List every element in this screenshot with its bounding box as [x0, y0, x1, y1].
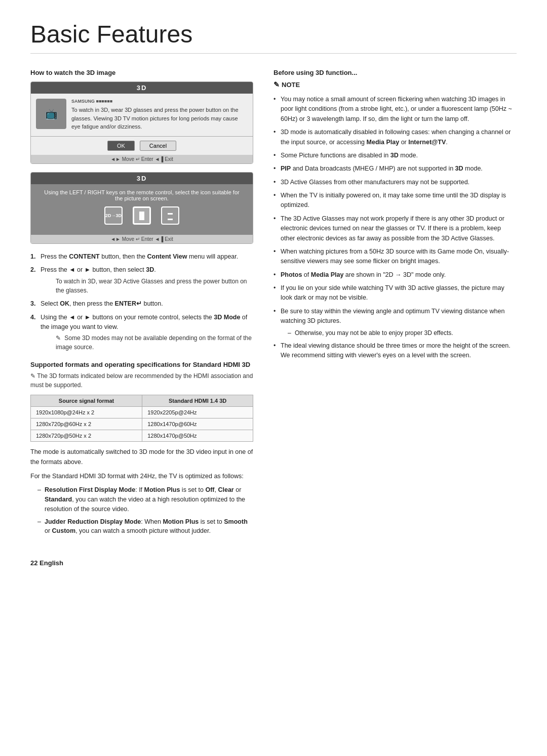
- table-cell: 1920x1080p@24Hz x 2: [31, 407, 142, 418]
- dialog-1-body-text: To watch in 3D, wear 3D glasses and pres…: [71, 106, 248, 131]
- dash-item-2: Judder Reduction Display Mode: When Moti…: [37, 517, 253, 536]
- dialog-1-ok-button[interactable]: OK: [107, 141, 135, 151]
- note-title-text: NOTE: [282, 81, 300, 89]
- bullet-3: Some Picture functions are disabled in 3…: [274, 151, 517, 160]
- dash-item-1: Resolution First Display Mode: If Motion…: [37, 485, 253, 514]
- dialog-2-body: Using the LEFT / RIGHT keys on the remot…: [31, 184, 253, 235]
- icon-item-side: ▐▌: [133, 206, 151, 225]
- dialog-1: 3D 📺 SAMSUNG ■■■■■■ To watch in 3D, wear…: [30, 81, 253, 164]
- page-title: Basic Features: [30, 20, 517, 54]
- dialog-2-header: 3D: [31, 173, 253, 184]
- body-text-2: For the Standard HDMI 3D format with 24H…: [30, 471, 253, 481]
- table-col-source: Source signal format: [31, 395, 142, 407]
- icon-top-symbol: ▬▬: [168, 210, 173, 221]
- bullet-5: 3D Active Glasses from other manufacture…: [274, 178, 517, 187]
- bullet-10: If you lie on your side while watching T…: [274, 283, 517, 303]
- dialog-1-buttons: OK Cancel: [31, 137, 253, 155]
- signal-table: Source signal format Standard HDMI 1.4 3…: [30, 395, 253, 442]
- dialog-1-text-area: SAMSUNG ■■■■■■ To watch in 3D, wear 3D g…: [71, 99, 248, 131]
- icon-shape-top: ▬▬: [161, 206, 179, 225]
- bullet-12: The ideal viewing distance should be thr…: [274, 341, 517, 361]
- main-content: How to watch the 3D image 3D 📺 SAMSUNG ■…: [30, 69, 517, 539]
- step-2: Press the ◄ or ► button, then select 3D.…: [30, 265, 253, 295]
- table-row: 1280x720p@50Hz x 2 1280x1470p@50Hz: [31, 430, 253, 442]
- step-4-note: ✎ Some 3D modes may not be available dep…: [41, 333, 253, 352]
- table-row: 1280x720p@60Hz x 2 1280x1470p@60Hz: [31, 418, 253, 430]
- table-row: 1920x1080p@24Hz x 2 1920x2205p@24Hz: [31, 407, 253, 418]
- dialog-1-body: 📺 SAMSUNG ■■■■■■ To watch in 3D, wear 3D…: [31, 94, 253, 137]
- supported-note-text: The 3D formats indicated below are recom…: [30, 372, 253, 389]
- dialog-1-nav: ◄► Move ↵ Enter ◄▐ Exit: [31, 155, 253, 163]
- table-header-row: Source signal format Standard HDMI 1.4 3…: [31, 395, 253, 407]
- note-section: ✎ NOTE: [274, 80, 517, 89]
- icon-shape-2d3d: 2D→3D: [104, 206, 123, 225]
- icon-item-2d3d: 2D→3D: [104, 206, 123, 225]
- step-3: Select OK, then press the ENTER↵ button.: [30, 299, 253, 309]
- step-4: Using the ◄ or ► buttons on your remote …: [30, 313, 253, 352]
- bullet-11: Be sure to stay within the viewing angle…: [274, 307, 517, 338]
- bullet-2: 3D mode is automatically disabled in fol…: [274, 128, 517, 147]
- right-column: Before using 3D function... ✎ NOTE You m…: [274, 69, 517, 539]
- page-lang: English: [40, 559, 63, 567]
- bullet-1: You may notice a small amount of screen …: [274, 95, 517, 124]
- supported-note: The 3D formats indicated below are recom…: [30, 371, 253, 390]
- table-cell: 1280x1470p@60Hz: [142, 418, 253, 430]
- dialog-1-tv-icon: 📺: [36, 99, 66, 129]
- pencil-icon-step4: ✎: [56, 333, 61, 343]
- bullet-8: When watching pictures from a 50Hz 3D so…: [274, 247, 517, 267]
- dialog-2: 3D Using the LEFT / RIGHT keys on the re…: [30, 172, 253, 244]
- sub-bullet-list: Otherwise, you may not be able to enjoy …: [281, 328, 517, 338]
- table-cell: 1280x720p@50Hz x 2: [31, 430, 142, 442]
- table-col-hdmi: Standard HDMI 1.4 3D: [142, 395, 253, 407]
- body-text-1: The mode is automatically switched to 3D…: [30, 447, 253, 467]
- supported-title-text: Supported formats and operating specific…: [30, 361, 250, 368]
- how-to-title: How to watch the 3D image: [30, 69, 253, 76]
- bullet-9: Photos of Media Play are shown in "2D → …: [274, 270, 517, 280]
- table-cell: 1280x1470p@50Hz: [142, 430, 253, 442]
- left-column: How to watch the 3D image 3D 📺 SAMSUNG ■…: [30, 69, 253, 539]
- page-footer: 22 English: [30, 559, 517, 567]
- table-cell: 1920x2205p@24Hz: [142, 407, 253, 418]
- icon-2d3d-label: 2D→3D: [105, 213, 122, 218]
- before-using-title: Before using 3D function...: [274, 69, 517, 76]
- dialog-1-header: 3D: [31, 82, 253, 94]
- dialog-1-brand: SAMSUNG ■■■■■■: [71, 99, 248, 104]
- bullets-list: You may notice a small amount of screen …: [274, 95, 517, 360]
- dialog-2-select-text: Using the LEFT / RIGHT keys on the remot…: [41, 189, 243, 201]
- dash-list: Resolution First Display Mode: If Motion…: [30, 485, 253, 536]
- steps-list: Press the CONTENT button, then the Conte…: [30, 252, 253, 352]
- sub-bullet-1: Otherwise, you may not be able to enjoy …: [288, 328, 517, 338]
- bullet-7: The 3D Active Glasses may not work prope…: [274, 214, 517, 243]
- supported-title: Supported formats and operating specific…: [30, 361, 253, 368]
- step-2-sub: To watch in 3D, wear 3D Active Glasses a…: [41, 277, 253, 295]
- step-1: Press the CONTENT button, then the Conte…: [30, 252, 253, 262]
- icon-side-symbol: ▐▌: [137, 212, 147, 220]
- dialog-1-cancel-button[interactable]: Cancel: [140, 141, 176, 151]
- page-number: 22: [30, 559, 37, 567]
- bullet-6: When the TV is initially powered on, it …: [274, 191, 517, 211]
- icon-item-top: ▬▬: [161, 206, 179, 225]
- dialog-2-icon-row: 2D→3D ▐▌ ▬▬: [41, 206, 243, 225]
- note-title: ✎ NOTE: [274, 80, 517, 89]
- table-cell: 1280x720p@60Hz x 2: [31, 418, 142, 430]
- icon-shape-side: ▐▌: [133, 206, 151, 225]
- note-pencil-icon: ✎: [274, 80, 280, 89]
- bullet-4: PIP and Data broadcasts (MHEG / MHP) are…: [274, 164, 517, 174]
- dialog-2-nav: ◄► Move ↵ Enter ◄▐ Exit: [31, 235, 253, 243]
